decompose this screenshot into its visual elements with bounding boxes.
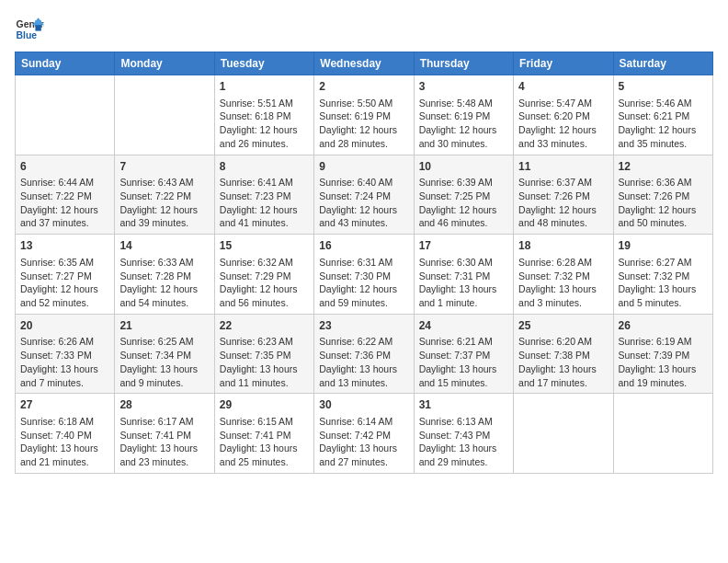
day-number: 11 bbox=[518, 159, 608, 175]
column-header-friday: Friday bbox=[514, 52, 613, 75]
day-number: 8 bbox=[220, 159, 309, 175]
day-info: Sunrise: 6:17 AM Sunset: 7:41 PM Dayligh… bbox=[119, 415, 209, 469]
day-info: Sunrise: 5:47 AM Sunset: 6:20 PM Dayligh… bbox=[518, 97, 608, 151]
day-info: Sunrise: 6:35 AM Sunset: 7:27 PM Dayligh… bbox=[20, 256, 109, 310]
day-info: Sunrise: 6:40 AM Sunset: 7:24 PM Dayligh… bbox=[319, 176, 408, 230]
calendar-cell: 29Sunrise: 6:15 AM Sunset: 7:41 PM Dayli… bbox=[214, 394, 313, 474]
week-row-2: 6Sunrise: 6:44 AM Sunset: 7:22 PM Daylig… bbox=[16, 155, 713, 235]
logo: General Blue bbox=[15, 15, 48, 44]
calendar-table: SundayMondayTuesdayWednesdayThursdayFrid… bbox=[15, 52, 713, 474]
day-info: Sunrise: 6:20 AM Sunset: 7:38 PM Dayligh… bbox=[518, 335, 608, 389]
calendar-cell: 15Sunrise: 6:32 AM Sunset: 7:29 PM Dayli… bbox=[214, 235, 313, 315]
calendar-cell: 23Sunrise: 6:22 AM Sunset: 7:36 PM Dayli… bbox=[314, 314, 414, 394]
calendar-cell: 24Sunrise: 6:21 AM Sunset: 7:37 PM Dayli… bbox=[414, 314, 513, 394]
day-info: Sunrise: 6:27 AM Sunset: 7:32 PM Dayligh… bbox=[619, 256, 708, 310]
week-row-1: 1Sunrise: 5:51 AM Sunset: 6:18 PM Daylig… bbox=[16, 75, 713, 155]
day-number: 26 bbox=[619, 318, 708, 334]
day-number: 22 bbox=[220, 318, 309, 334]
calendar-cell: 17Sunrise: 6:30 AM Sunset: 7:31 PM Dayli… bbox=[414, 235, 513, 315]
calendar-cell: 26Sunrise: 6:19 AM Sunset: 7:39 PM Dayli… bbox=[613, 314, 712, 394]
column-header-sunday: Sunday bbox=[16, 52, 115, 75]
week-row-3: 13Sunrise: 6:35 AM Sunset: 7:27 PM Dayli… bbox=[16, 235, 713, 315]
day-number: 10 bbox=[419, 159, 508, 175]
day-info: Sunrise: 5:48 AM Sunset: 6:19 PM Dayligh… bbox=[419, 97, 508, 151]
column-header-monday: Monday bbox=[115, 52, 214, 75]
logo-icon: General Blue bbox=[15, 15, 44, 44]
column-header-wednesday: Wednesday bbox=[314, 52, 414, 75]
calendar-cell: 7Sunrise: 6:43 AM Sunset: 7:22 PM Daylig… bbox=[115, 155, 214, 235]
calendar-cell: 31Sunrise: 6:13 AM Sunset: 7:43 PM Dayli… bbox=[414, 394, 513, 474]
day-info: Sunrise: 5:46 AM Sunset: 6:21 PM Dayligh… bbox=[619, 97, 708, 151]
week-row-5: 27Sunrise: 6:18 AM Sunset: 7:40 PM Dayli… bbox=[16, 394, 713, 474]
svg-text:Blue: Blue bbox=[17, 30, 38, 40]
calendar-cell: 2Sunrise: 5:50 AM Sunset: 6:19 PM Daylig… bbox=[314, 75, 414, 155]
day-number: 5 bbox=[619, 79, 708, 95]
calendar-cell: 30Sunrise: 6:14 AM Sunset: 7:42 PM Dayli… bbox=[314, 394, 414, 474]
day-info: Sunrise: 6:37 AM Sunset: 7:26 PM Dayligh… bbox=[518, 176, 608, 230]
page-header: General Blue bbox=[15, 15, 713, 44]
calendar-cell: 10Sunrise: 6:39 AM Sunset: 7:25 PM Dayli… bbox=[414, 155, 513, 235]
day-info: Sunrise: 6:26 AM Sunset: 7:33 PM Dayligh… bbox=[20, 335, 109, 389]
day-info: Sunrise: 6:22 AM Sunset: 7:36 PM Dayligh… bbox=[319, 335, 408, 389]
calendar-cell: 25Sunrise: 6:20 AM Sunset: 7:38 PM Dayli… bbox=[514, 314, 613, 394]
day-number: 29 bbox=[220, 397, 309, 413]
calendar-cell: 3Sunrise: 5:48 AM Sunset: 6:19 PM Daylig… bbox=[414, 75, 513, 155]
calendar-cell: 13Sunrise: 6:35 AM Sunset: 7:27 PM Dayli… bbox=[16, 235, 115, 315]
day-info: Sunrise: 6:13 AM Sunset: 7:43 PM Dayligh… bbox=[419, 415, 508, 469]
calendar-cell: 16Sunrise: 6:31 AM Sunset: 7:30 PM Dayli… bbox=[314, 235, 414, 315]
day-number: 24 bbox=[419, 318, 508, 334]
day-number: 6 bbox=[20, 159, 109, 175]
day-info: Sunrise: 6:44 AM Sunset: 7:22 PM Dayligh… bbox=[20, 176, 109, 230]
day-number: 20 bbox=[20, 318, 109, 334]
day-number: 17 bbox=[419, 238, 508, 254]
day-info: Sunrise: 6:30 AM Sunset: 7:31 PM Dayligh… bbox=[419, 256, 508, 310]
calendar-body: 1Sunrise: 5:51 AM Sunset: 6:18 PM Daylig… bbox=[16, 75, 713, 474]
day-number: 4 bbox=[518, 79, 608, 95]
calendar-cell bbox=[115, 75, 214, 155]
day-number: 27 bbox=[20, 397, 109, 413]
day-info: Sunrise: 6:15 AM Sunset: 7:41 PM Dayligh… bbox=[220, 415, 309, 469]
calendar-cell bbox=[514, 394, 613, 474]
calendar-cell: 20Sunrise: 6:26 AM Sunset: 7:33 PM Dayli… bbox=[16, 314, 115, 394]
calendar-cell: 9Sunrise: 6:40 AM Sunset: 7:24 PM Daylig… bbox=[314, 155, 414, 235]
day-info: Sunrise: 6:21 AM Sunset: 7:37 PM Dayligh… bbox=[419, 335, 508, 389]
week-row-4: 20Sunrise: 6:26 AM Sunset: 7:33 PM Dayli… bbox=[16, 314, 713, 394]
calendar-cell: 12Sunrise: 6:36 AM Sunset: 7:26 PM Dayli… bbox=[613, 155, 712, 235]
calendar-cell: 4Sunrise: 5:47 AM Sunset: 6:20 PM Daylig… bbox=[514, 75, 613, 155]
day-number: 3 bbox=[419, 79, 508, 95]
calendar-cell: 5Sunrise: 5:46 AM Sunset: 6:21 PM Daylig… bbox=[613, 75, 712, 155]
day-number: 14 bbox=[119, 238, 209, 254]
day-info: Sunrise: 6:23 AM Sunset: 7:35 PM Dayligh… bbox=[220, 335, 309, 389]
day-info: Sunrise: 5:50 AM Sunset: 6:19 PM Dayligh… bbox=[319, 97, 408, 151]
day-number: 7 bbox=[119, 159, 209, 175]
day-info: Sunrise: 5:51 AM Sunset: 6:18 PM Dayligh… bbox=[220, 97, 309, 151]
calendar-cell: 18Sunrise: 6:28 AM Sunset: 7:32 PM Dayli… bbox=[514, 235, 613, 315]
day-number: 31 bbox=[419, 397, 508, 413]
day-info: Sunrise: 6:18 AM Sunset: 7:40 PM Dayligh… bbox=[20, 415, 109, 469]
calendar-cell: 6Sunrise: 6:44 AM Sunset: 7:22 PM Daylig… bbox=[16, 155, 115, 235]
column-header-thursday: Thursday bbox=[414, 52, 513, 75]
column-header-tuesday: Tuesday bbox=[214, 52, 313, 75]
calendar-cell: 1Sunrise: 5:51 AM Sunset: 6:18 PM Daylig… bbox=[214, 75, 313, 155]
day-info: Sunrise: 6:41 AM Sunset: 7:23 PM Dayligh… bbox=[220, 176, 309, 230]
day-info: Sunrise: 6:36 AM Sunset: 7:26 PM Dayligh… bbox=[619, 176, 708, 230]
day-number: 21 bbox=[119, 318, 209, 334]
day-info: Sunrise: 6:32 AM Sunset: 7:29 PM Dayligh… bbox=[220, 256, 309, 310]
day-info: Sunrise: 6:19 AM Sunset: 7:39 PM Dayligh… bbox=[619, 335, 708, 389]
calendar-cell: 22Sunrise: 6:23 AM Sunset: 7:35 PM Dayli… bbox=[214, 314, 313, 394]
calendar-cell: 14Sunrise: 6:33 AM Sunset: 7:28 PM Dayli… bbox=[115, 235, 214, 315]
calendar-cell: 8Sunrise: 6:41 AM Sunset: 7:23 PM Daylig… bbox=[214, 155, 313, 235]
day-info: Sunrise: 6:39 AM Sunset: 7:25 PM Dayligh… bbox=[419, 176, 508, 230]
calendar-header: SundayMondayTuesdayWednesdayThursdayFrid… bbox=[16, 52, 713, 75]
day-info: Sunrise: 6:31 AM Sunset: 7:30 PM Dayligh… bbox=[319, 256, 408, 310]
day-info: Sunrise: 6:33 AM Sunset: 7:28 PM Dayligh… bbox=[119, 256, 209, 310]
column-header-saturday: Saturday bbox=[613, 52, 712, 75]
day-number: 28 bbox=[119, 397, 209, 413]
day-number: 12 bbox=[619, 159, 708, 175]
calendar-cell: 27Sunrise: 6:18 AM Sunset: 7:40 PM Dayli… bbox=[16, 394, 115, 474]
calendar-cell: 21Sunrise: 6:25 AM Sunset: 7:34 PM Dayli… bbox=[115, 314, 214, 394]
day-number: 25 bbox=[518, 318, 608, 334]
calendar-cell: 28Sunrise: 6:17 AM Sunset: 7:41 PM Dayli… bbox=[115, 394, 214, 474]
day-number: 13 bbox=[20, 238, 109, 254]
day-number: 9 bbox=[319, 159, 408, 175]
